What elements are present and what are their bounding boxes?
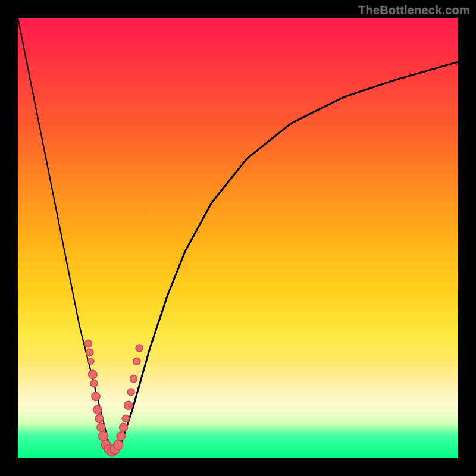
chart-frame: TheBottleneck.com [0, 0, 476, 476]
loss-curve [18, 18, 458, 454]
data-marker [124, 401, 133, 409]
data-marker [122, 415, 129, 422]
curve-group [18, 18, 458, 454]
data-marker [97, 423, 105, 431]
data-marker [86, 349, 93, 356]
data-marker [88, 358, 94, 364]
data-marker [92, 392, 100, 400]
marker-group [84, 340, 143, 456]
data-marker [120, 423, 128, 431]
data-marker [136, 345, 143, 352]
data-marker [84, 340, 92, 347]
watermark-text: TheBottleneck.com [358, 4, 470, 17]
data-marker [117, 432, 125, 440]
data-marker [93, 406, 102, 414]
chart-svg [18, 18, 458, 458]
data-marker [95, 414, 104, 422]
data-marker [127, 389, 134, 396]
data-marker [130, 375, 137, 383]
data-marker [99, 431, 108, 441]
data-marker [89, 370, 97, 378]
plot-area [18, 18, 458, 458]
data-marker [133, 358, 140, 365]
data-marker [114, 440, 123, 450]
loss-curve-right [124, 62, 458, 436]
data-marker [90, 380, 98, 387]
